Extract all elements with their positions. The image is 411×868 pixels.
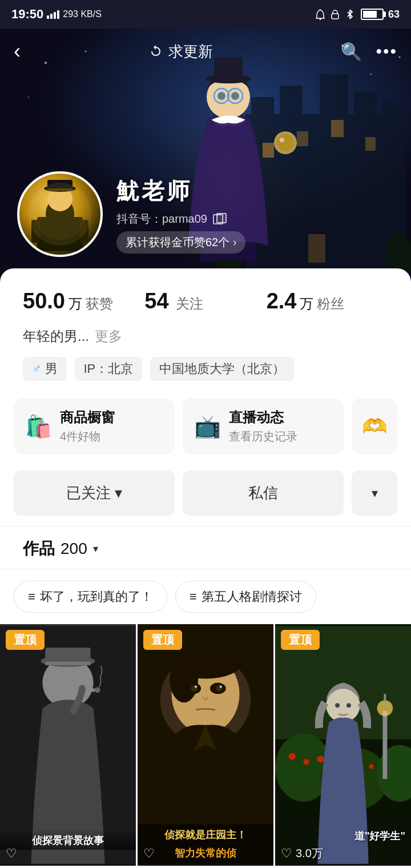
heart-icon-1: ♡: [143, 846, 155, 861]
video-thumb-0[interactable]: 置顶 侦探景背景故事 ♡: [0, 624, 136, 866]
feature-fans[interactable]: 🫶: [352, 398, 397, 455]
playlist-chip-0[interactable]: ≡ 坏了，玩到真的了！: [14, 581, 167, 613]
playlist-label-1: 第五人格剧情探讨: [202, 588, 302, 605]
followers-number: 2.4: [267, 289, 297, 314]
svg-rect-1: [50, 14, 53, 19]
svg-point-80: [346, 703, 351, 708]
video-title-2: 道"好学生": [349, 827, 411, 845]
playlist-row: ≡ 坏了，玩到真的了！ ≡ 第五人格剧情探讨: [0, 569, 411, 624]
feature-live[interactable]: 📺 直播动态 查看历史记录: [183, 398, 344, 455]
stats-row: 50.0 万 获赞 54 关注 2.4 万 粉丝: [0, 268, 411, 327]
playlist-chip-1[interactable]: ≡ 第五人格剧情探讨: [175, 581, 316, 613]
works-dropdown-icon[interactable]: ▾: [93, 542, 98, 555]
profile-info: 魷老师 抖音号：parma09 累计获得金币赞62个 ›: [116, 175, 245, 254]
update-icon: [149, 45, 163, 58]
svg-point-66: [220, 685, 222, 688]
follow-button[interactable]: 已关注 ▾: [14, 471, 175, 516]
back-button[interactable]: ‹: [14, 39, 21, 63]
following-label: 关注: [176, 295, 203, 313]
fans-icon: 🫶: [362, 415, 388, 439]
svg-point-65: [195, 685, 197, 688]
copy-id-button[interactable]: [213, 214, 223, 224]
stat-following[interactable]: 54 关注: [144, 289, 266, 314]
svg-point-77: [369, 764, 374, 769]
live-icon: 📺: [194, 414, 221, 439]
notification-icon: [315, 9, 325, 20]
tag-gender: ♂ 男: [23, 357, 67, 381]
school-text: 中国地质大学（北京）: [159, 360, 285, 377]
video-likes-2: ♡ 3.0万: [281, 846, 323, 861]
svg-rect-52: [45, 648, 90, 664]
likes-number: 50.0: [23, 289, 65, 314]
svg-rect-5: [332, 14, 339, 19]
tags-row: ♂ 男 IP：北京 中国地质大学（北京）: [0, 355, 411, 392]
download-speed: 293 KB/S: [63, 9, 102, 19]
svg-point-73: [289, 753, 296, 760]
coins-badge[interactable]: 累计获得金币赞62个 ›: [116, 231, 245, 254]
message-button[interactable]: 私信: [183, 471, 344, 516]
shop-icon: 🛍️: [25, 414, 52, 439]
status-right: 63: [315, 9, 400, 21]
likes-unit: 万: [68, 295, 82, 313]
main-card: 50.0 万 获赞 54 关注 2.4 万 粉丝 年轻的男... 更多 ♂ 男 …: [0, 268, 411, 868]
playlist-label-0: 坏了，玩到真的了！: [40, 588, 153, 605]
feature-shop[interactable]: 🛍️ 商品橱窗 4件好物: [14, 398, 175, 455]
works-title: 作品: [23, 538, 55, 560]
more-icon[interactable]: •••: [376, 42, 397, 61]
svg-rect-0: [47, 15, 49, 19]
svg-rect-55: [45, 662, 90, 665]
svg-point-75: [317, 756, 324, 762]
avatar-art: [26, 177, 94, 251]
update-label[interactable]: 求更新: [168, 42, 213, 62]
playlist-icon-1: ≡: [190, 589, 197, 604]
hero-nav: ‹ 求更新 🔍 •••: [0, 29, 411, 74]
svg-point-48: [34, 188, 86, 240]
more-button[interactable]: ▾: [352, 471, 397, 516]
shop-subtitle: 4件好物: [60, 429, 163, 444]
feature-live-text: 直播动态 查看历史记录: [229, 408, 332, 444]
signal-icon: [47, 10, 59, 19]
svg-point-54: [95, 687, 100, 693]
video-thumb-1[interactable]: 置顶 侦探就是庄园主！ 智力失常的侦 ♡: [138, 624, 273, 866]
bluetooth-icon: [345, 10, 356, 19]
stat-likes[interactable]: 50.0 万 获赞: [23, 289, 144, 314]
svg-rect-18: [382, 103, 405, 143]
svg-rect-81: [382, 711, 387, 779]
svg-point-79: [335, 703, 340, 708]
coins-text: 累计获得金币赞62个: [126, 235, 229, 250]
hero-banner: ‹ 求更新 🔍 •••: [0, 29, 411, 280]
svg-point-74: [304, 759, 309, 765]
status-left: 19:50 293 KB/S: [11, 7, 102, 22]
live-subtitle: 查看历史记录: [229, 429, 332, 444]
video-thumb-2[interactable]: 置顶 道"好学生" ♡ 3.0万: [275, 624, 411, 866]
svg-rect-21: [331, 120, 344, 137]
video-subtitle-1: 智力失常的侦: [138, 846, 273, 860]
bio-more-button[interactable]: 更多: [95, 327, 122, 345]
likes-label: 获赞: [86, 295, 113, 313]
features-row: 🛍️ 商品橱窗 4件好物 📺 直播动态 查看历史记录 🫶: [0, 392, 411, 460]
avatar: [17, 171, 103, 257]
works-count: 200: [61, 540, 87, 558]
pinned-badge-0: 置顶: [6, 630, 45, 650]
actions-row: 已关注 ▾ 私信 ▾: [0, 460, 411, 526]
ip-text: IP：北京: [84, 360, 134, 377]
stat-followers[interactable]: 2.4 万 粉丝: [267, 289, 388, 314]
video-likes-0: ♡: [6, 846, 17, 861]
video-grid: 置顶 侦探景背景故事 ♡: [0, 624, 411, 866]
svg-point-82: [377, 700, 393, 716]
tag-ip: IP：北京: [75, 357, 143, 381]
svg-rect-23: [308, 234, 325, 263]
likes-count-2: 3.0万: [296, 846, 323, 861]
bio-text: 年轻的男...: [23, 327, 89, 345]
profile-douyin-id: 抖音号：parma09: [116, 211, 245, 227]
svg-rect-2: [54, 12, 56, 19]
svg-point-37: [277, 134, 294, 151]
shop-title: 商品橱窗: [60, 408, 163, 427]
svg-point-60: [170, 657, 199, 702]
video-title-1: 侦探就是庄园主！: [138, 825, 273, 845]
search-icon[interactable]: 🔍: [341, 42, 362, 62]
gender-icon: ♂: [32, 361, 42, 376]
svg-rect-17: [354, 91, 377, 143]
gender-label: 男: [45, 360, 58, 377]
svg-rect-3: [57, 10, 59, 19]
